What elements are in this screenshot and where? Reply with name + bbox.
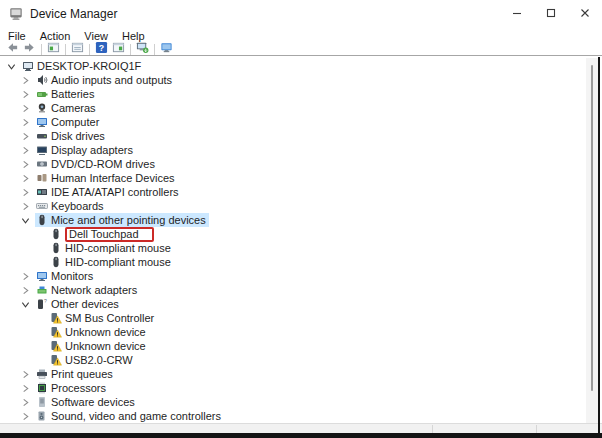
chevron-right-icon[interactable] bbox=[20, 369, 30, 379]
tree-item-sm-bus-controller[interactable]: SM Bus Controller bbox=[0, 311, 585, 325]
tree-item-label: DESKTOP-KROIQ1F bbox=[37, 59, 141, 73]
tree-item-hid-compliant-mouse[interactable]: HID-compliant mouse bbox=[0, 255, 585, 269]
tree-item-dvd-cd-rom-drives[interactable]: DVD/CD-ROM drives bbox=[0, 157, 585, 171]
tree-item-mice-and-other-pointing-devices[interactable]: Mice and other pointing devices bbox=[0, 213, 585, 227]
tree-item-display-adapters[interactable]: Display adapters bbox=[0, 143, 585, 157]
tree-item-body: Disk drives bbox=[35, 129, 108, 143]
tree-item-sound-video-and-game-controllers[interactable]: Sound, video and game controllers bbox=[0, 409, 585, 423]
window-controls bbox=[500, 0, 602, 28]
chevron-down-icon[interactable] bbox=[6, 61, 16, 71]
tree-item-body: DESKTOP-KROIQ1F bbox=[21, 59, 144, 73]
tree-item-label: Human Interface Devices bbox=[51, 171, 175, 185]
tree-item-label: Print queues bbox=[51, 367, 113, 381]
warning-icon bbox=[50, 354, 62, 366]
mouse-icon bbox=[50, 242, 62, 254]
tree-item-ide-ata-atapi-controllers[interactable]: IDE ATA/ATAPI controllers bbox=[0, 185, 585, 199]
tree-item-monitors[interactable]: Monitors bbox=[0, 269, 585, 283]
window-frame-right bbox=[598, 57, 600, 438]
show-action-pane-button[interactable] bbox=[110, 43, 127, 56]
tree-item-label: IDE ATA/ATAPI controllers bbox=[51, 185, 179, 199]
tree-item-print-queues[interactable]: Print queues bbox=[0, 367, 585, 381]
chevron-spacer bbox=[34, 229, 44, 239]
tree-item-other-devices[interactable]: ?Other devices bbox=[0, 297, 585, 311]
tree-item-label: Other devices bbox=[51, 297, 119, 311]
maximize-icon bbox=[545, 5, 557, 23]
tree-item-disk-drives[interactable]: Disk drives bbox=[0, 129, 585, 143]
menu-bar: FileActionViewHelp bbox=[0, 28, 602, 44]
chevron-right-icon[interactable] bbox=[20, 173, 30, 183]
monitor-icon bbox=[36, 270, 48, 282]
tree-item-body: Sound, video and game controllers bbox=[35, 409, 224, 423]
vertical-scrollbar[interactable] bbox=[586, 58, 598, 423]
chevron-right-icon[interactable] bbox=[20, 75, 30, 85]
battery-icon bbox=[36, 88, 48, 100]
chevron-down-icon[interactable] bbox=[20, 215, 30, 225]
chevron-right-icon[interactable] bbox=[20, 145, 30, 155]
tree-item-processors[interactable]: Processors bbox=[0, 381, 585, 395]
tree-item-label: Sound, video and game controllers bbox=[51, 409, 221, 423]
chevron-right-icon[interactable] bbox=[20, 383, 30, 393]
tree-item-usb2-0-crw[interactable]: USB2.0-CRW bbox=[0, 353, 585, 367]
window-title: Device Manager bbox=[30, 7, 117, 21]
chevron-right-icon[interactable] bbox=[20, 159, 30, 169]
svg-text:?: ? bbox=[44, 298, 47, 304]
show-console-tree-button[interactable] bbox=[45, 43, 62, 56]
chevron-right-icon[interactable] bbox=[20, 411, 30, 421]
tree-item-label: Network adapters bbox=[51, 283, 137, 297]
maximize-button[interactable] bbox=[534, 0, 568, 28]
tree-item-hid-compliant-mouse[interactable]: HID-compliant mouse bbox=[0, 241, 585, 255]
device-manager-window: Device Manager FileActionViewHelp ? DESK… bbox=[0, 0, 602, 438]
toolbar-separator bbox=[89, 44, 90, 55]
chevron-right-icon[interactable] bbox=[20, 187, 30, 197]
tree-item-desktop-kroiq1f[interactable]: DESKTOP-KROIQ1F bbox=[0, 59, 585, 73]
tree-item-keyboards[interactable]: Keyboards bbox=[0, 199, 585, 213]
scrollbar-thumb[interactable] bbox=[591, 65, 593, 391]
tree-item-audio-inputs-and-outputs[interactable]: Audio inputs and outputs bbox=[0, 73, 585, 87]
tree-item-cameras[interactable]: Cameras bbox=[0, 101, 585, 115]
tree-item-label: SM Bus Controller bbox=[65, 311, 154, 325]
minimize-button[interactable] bbox=[500, 0, 534, 28]
properties-icon bbox=[71, 40, 84, 58]
tree-item-label: Cameras bbox=[51, 101, 96, 115]
forward-button[interactable] bbox=[21, 43, 38, 56]
tree-item-network-adapters[interactable]: Network adapters bbox=[0, 283, 585, 297]
chevron-right-icon[interactable] bbox=[20, 117, 30, 127]
warning-icon bbox=[50, 326, 62, 338]
ide-icon bbox=[36, 186, 48, 198]
chevron-right-icon[interactable] bbox=[20, 89, 30, 99]
chevron-right-icon[interactable] bbox=[20, 397, 30, 407]
chevron-right-icon[interactable] bbox=[20, 103, 30, 113]
tree-item-label: HID-compliant mouse bbox=[65, 255, 171, 269]
console-tree-icon bbox=[47, 40, 60, 58]
back-button[interactable] bbox=[4, 43, 21, 56]
close-button[interactable] bbox=[568, 0, 602, 28]
tree-item-computer[interactable]: Computer bbox=[0, 115, 585, 129]
chevron-right-icon[interactable] bbox=[20, 201, 30, 211]
chevron-right-icon[interactable] bbox=[20, 285, 30, 295]
display-icon bbox=[36, 144, 48, 156]
tree-item-label: Processors bbox=[51, 381, 106, 395]
close-icon bbox=[579, 5, 591, 23]
chevron-down-icon[interactable] bbox=[20, 299, 30, 309]
computer-icon bbox=[22, 60, 34, 72]
chevron-right-icon[interactable] bbox=[20, 271, 30, 281]
device-manager-app-icon bbox=[8, 6, 24, 22]
tree-item-body: Keyboards bbox=[35, 199, 107, 213]
svg-text:?: ? bbox=[99, 43, 104, 53]
devices-button[interactable] bbox=[158, 43, 175, 56]
tree-item-dell-touchpad[interactable]: Dell Touchpad bbox=[0, 227, 585, 241]
properties-button[interactable] bbox=[69, 43, 86, 56]
tree-item-batteries[interactable]: Batteries bbox=[0, 87, 585, 101]
tree-item-human-interface-devices[interactable]: Human Interface Devices bbox=[0, 171, 585, 185]
chevron-right-icon[interactable] bbox=[20, 131, 30, 141]
tree-item-software-devices[interactable]: Software devices bbox=[0, 395, 585, 409]
chevron-spacer bbox=[34, 257, 44, 267]
minimize-icon bbox=[511, 5, 523, 23]
help-icon: ? bbox=[95, 40, 108, 58]
help-button[interactable]: ? bbox=[93, 43, 110, 56]
software-icon bbox=[36, 396, 48, 408]
tree-item-unknown-device[interactable]: Unknown device bbox=[0, 325, 585, 339]
toolbar: ? bbox=[0, 43, 602, 56]
scan-hardware-changes-button[interactable] bbox=[134, 43, 151, 56]
tree-item-unknown-device[interactable]: Unknown device bbox=[0, 339, 585, 353]
